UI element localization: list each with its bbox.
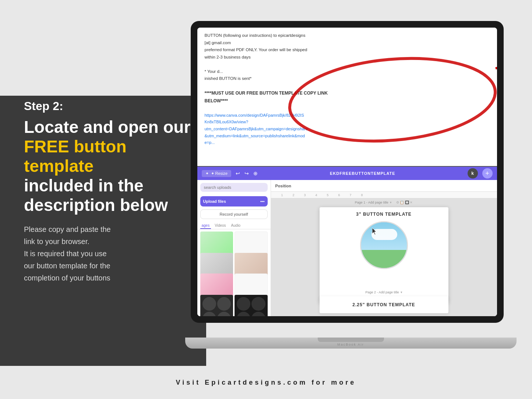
button-template2-title: 2.25" BUTTON TEMPLATE bbox=[323, 299, 445, 310]
resize-button[interactable]: ✦ ✦ Resize bbox=[202, 170, 232, 177]
doc-text: BUTTON (following our instructions) to e… bbox=[205, 32, 490, 146]
desc-line1: Please copy and paste the bbox=[24, 225, 111, 233]
upload-more-icon: ••• bbox=[260, 199, 265, 204]
resize-label: ✦ Resize bbox=[211, 171, 228, 176]
doc-line7: ****MUST USE OUR FREE BUTTON TEMPLATE CO… bbox=[205, 89, 490, 97]
doc-line5: * Your d... bbox=[205, 68, 490, 75]
canva-header: ✦ ✦ Resize ↩ ↪ ⊕ EKDFREEBUTTONTEMPLATE k… bbox=[197, 167, 497, 180]
footer-bar: Visit Epicartdesigns.com for more bbox=[0, 366, 532, 399]
svg-line-1 bbox=[496, 65, 497, 68]
record-yourself-button[interactable]: Record yourself bbox=[200, 209, 268, 219]
headline-yellow-free: FREE bbox=[24, 137, 69, 156]
undo-icon[interactable]: ↩ bbox=[236, 170, 240, 176]
doc-line8: BELOW**** bbox=[205, 97, 490, 105]
doc-line9: https://www.canva.com/design/DAFpamrsBjk… bbox=[205, 112, 490, 119]
page2-label: Page 2 - Add page title ▾ bbox=[365, 290, 402, 294]
doc-line1: BUTTON (following our instructions) to e… bbox=[205, 32, 490, 39]
position-bar: Position bbox=[271, 180, 497, 192]
record-label: Record yourself bbox=[219, 212, 248, 216]
page1-label: Page 1 - Add page title ▾ ⚙ 📋 🔲 ✕ bbox=[355, 201, 413, 204]
resize-icon: ✦ bbox=[205, 171, 209, 176]
canva-body: Upload files ••• Record yourself ages bbox=[197, 180, 497, 316]
doc-panel: BUTTON (following our instructions) to e… bbox=[197, 28, 497, 172]
canva-page-1: 3" BUTTON TEMPLATE bbox=[320, 207, 448, 303]
headline-white-2: included in the bbox=[24, 176, 144, 195]
canva-title: EKDFREEBUTTONTEMPLATE bbox=[262, 171, 463, 176]
macbook-label: MacBook Air bbox=[337, 343, 364, 346]
laptop-wrapper: BUTTON (following our instructions) to e… bbox=[169, 4, 532, 366]
desc-line3: It is required that you use bbox=[24, 250, 107, 258]
tab-ages[interactable]: ages bbox=[200, 223, 211, 229]
tab-videos[interactable]: Videos bbox=[213, 223, 227, 229]
macbook-base: MacBook Air bbox=[185, 338, 517, 349]
search-input[interactable] bbox=[200, 183, 268, 192]
doc-line3: preferred format PDF ONLY. Your order wi… bbox=[205, 46, 490, 54]
doc-line6: inished BUTTON is sent* bbox=[205, 75, 490, 82]
cursor bbox=[372, 228, 378, 237]
canva-panel: ✦ ✦ Resize ↩ ↪ ⊕ EKDFREEBUTTONTEMPLATE k… bbox=[197, 166, 497, 316]
redo-icon[interactable]: ↪ bbox=[244, 170, 249, 176]
upload-files-button[interactable]: Upload files ••• bbox=[200, 196, 268, 206]
position-label: Position bbox=[275, 184, 291, 188]
canva-user-avatar[interactable]: k bbox=[468, 168, 478, 179]
canva-add-button[interactable]: + bbox=[482, 168, 493, 179]
macbook: BUTTON (following our instructions) to e… bbox=[191, 21, 511, 349]
upload-label: Upload files bbox=[203, 199, 226, 204]
doc-line12: &utm_medium=link&utm_source=publishshare… bbox=[205, 133, 490, 140]
thumbnail-item[interactable] bbox=[235, 295, 268, 316]
ruler-marks: 12345678 bbox=[281, 193, 363, 197]
share-icon[interactable]: ⊕ bbox=[253, 170, 258, 176]
canva-tabs: ages Videos Audio bbox=[197, 220, 271, 229]
macbook-screen-outer: BUTTON (following our instructions) to e… bbox=[191, 21, 504, 323]
page-2-preview: 2.25" BUTTON TEMPLATE bbox=[320, 296, 448, 313]
doc-line2: [at] gmail.com bbox=[205, 39, 490, 47]
doc-line11: utm_content=DAFpamrsBjk&utm_campaign=des… bbox=[205, 126, 490, 133]
desc-line4: our button template for the bbox=[24, 262, 110, 270]
doc-line4: within 2-3 business days bbox=[205, 54, 490, 61]
desc-line2: link to your browser. bbox=[24, 237, 89, 246]
desc-line5: completion of your buttons bbox=[24, 274, 110, 282]
thumbnail-grid bbox=[197, 229, 271, 316]
macbook-notch bbox=[318, 338, 384, 342]
headline-white-3: description below bbox=[24, 195, 168, 215]
circle-ground bbox=[361, 250, 407, 268]
canva-sidebar: Upload files ••• Record yourself ages bbox=[197, 180, 271, 316]
canva-canvas-area: Position 12345678 Page 1 - Add page titl… bbox=[271, 180, 497, 316]
footer-text: Visit Epicartdesigns.com for more bbox=[176, 379, 356, 386]
button-template-circle bbox=[360, 221, 408, 269]
ruler: 12345678 bbox=[271, 192, 497, 198]
headline-white-1: Locate and open our bbox=[24, 117, 190, 137]
doc-line13: e=p... bbox=[205, 139, 490, 146]
tab-audio[interactable]: Audio bbox=[230, 223, 242, 229]
button-template-title: 3" BUTTON TEMPLATE bbox=[356, 212, 412, 217]
thumbnail-item[interactable] bbox=[200, 295, 233, 316]
user-initial: k bbox=[471, 171, 474, 176]
page-content-1: 3" BUTTON TEMPLATE bbox=[320, 207, 448, 303]
macbook-screen-inner: BUTTON (following our instructions) to e… bbox=[197, 28, 497, 316]
doc-line10: Kn8xTBlLou6X0w/view? bbox=[205, 119, 490, 126]
